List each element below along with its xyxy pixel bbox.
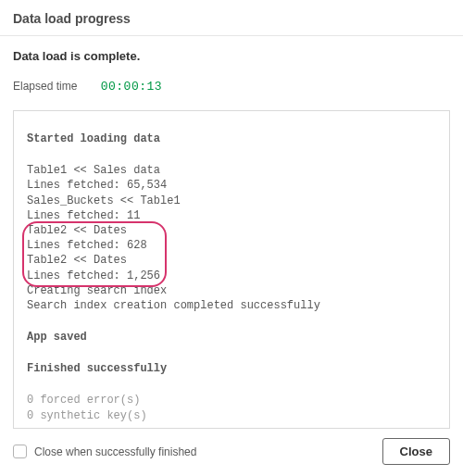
elapsed-time-value: 00:00:13 [101, 80, 162, 94]
log-output: Started loading data Table1 << Sales dat… [13, 110, 450, 429]
log-line: Lines fetched: 65,534 [27, 178, 436, 193]
dialog-header: Data load progress [0, 0, 463, 36]
log-line: Creating search index [27, 283, 436, 298]
elapsed-time-label: Elapsed time [13, 80, 77, 93]
log-saved-heading: App saved [27, 330, 436, 344]
log-line: Table2 << Dates [27, 223, 436, 238]
dialog-title: Data load progress [13, 11, 450, 26]
log-line: Search index creation completed successf… [27, 298, 436, 313]
log-forced-errors: 0 forced error(s) [27, 393, 436, 407]
log-line: Lines fetched: 628 [27, 238, 436, 253]
log-line: Table2 << Dates [27, 253, 436, 268]
data-load-progress-dialog: Data load progress Data load is complete… [0, 0, 463, 476]
log-synthetic-keys: 0 synthetic key(s) [27, 408, 436, 423]
log-line: Sales_Buckets << Table1 [27, 194, 436, 208]
log-line: Table1 << Sales data [27, 163, 436, 178]
log-started-heading: Started loading data [27, 132, 436, 146]
log-finished-heading: Finished successfully [27, 361, 436, 376]
close-when-finished-label: Close when successfully finished [34, 445, 382, 458]
log-lines-container: Table1 << Sales dataLines fetched: 65,53… [27, 163, 436, 313]
log-line: Lines fetched: 11 [27, 208, 436, 223]
dialog-footer: Close when successfully finished Close [0, 429, 463, 476]
log-line: Lines fetched: 1,256 [27, 269, 436, 283]
close-button[interactable]: Close [382, 438, 450, 465]
elapsed-time-row: Elapsed time 00:00:13 [0, 63, 463, 106]
close-when-finished-checkbox[interactable] [13, 445, 27, 458]
status-message: Data load is complete. [0, 36, 463, 63]
